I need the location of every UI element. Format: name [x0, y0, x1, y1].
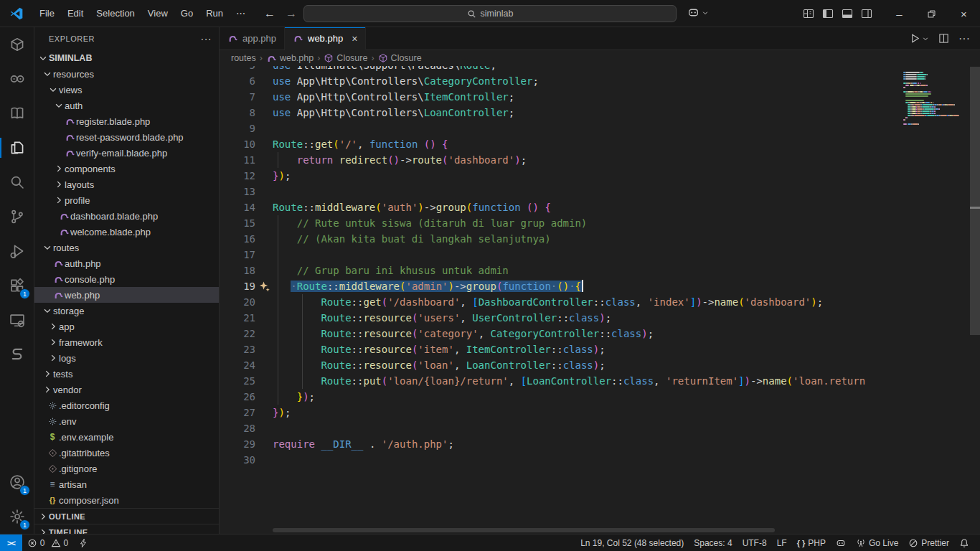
command-center-search[interactable]: siminlab — [303, 5, 677, 22]
tree-item-SIMINLAB[interactable]: SIMINLAB — [34, 50, 219, 66]
tree-item-tests[interactable]: tests — [34, 366, 219, 382]
breadcrumb-item-routes[interactable]: routes — [231, 53, 256, 63]
minimap[interactable] — [903, 72, 969, 128]
php-file-icon — [52, 290, 65, 301]
tree-item-.editorconfig[interactable]: .editorconfig — [34, 397, 219, 413]
tab-app-php[interactable]: app.php — [220, 27, 285, 50]
menu-item-selection[interactable]: Selection — [90, 5, 141, 22]
tree-item-.env.example[interactable]: $.env.example — [34, 429, 219, 445]
horizontal-scrollbar[interactable] — [273, 528, 775, 532]
tree-item-layouts[interactable]: layouts — [34, 176, 219, 192]
code-token: :: — [599, 328, 611, 339]
minimap-line — [903, 123, 969, 125]
tree-item-storage[interactable]: storage — [34, 303, 219, 319]
menu-item-view[interactable]: View — [141, 5, 174, 22]
tree-item-profile[interactable]: profile — [34, 192, 219, 208]
remote-explorer-icon[interactable] — [0, 303, 34, 337]
indentation[interactable]: Spaces: 4 — [689, 534, 737, 551]
tree-item-components[interactable]: components — [34, 161, 219, 176]
code-token: Illuminate\Support\Facades\ — [297, 66, 461, 71]
extensions-icon[interactable]: 1 — [0, 268, 34, 303]
tree-item-vendor[interactable]: vendor — [34, 382, 219, 397]
tree-item-web.php[interactable]: web.php — [34, 287, 219, 303]
warning-count: 0 — [64, 538, 69, 548]
close-button[interactable]: × — [948, 0, 980, 27]
book-icon[interactable] — [0, 96, 34, 131]
nav-forward-icon[interactable]: → — [286, 7, 297, 20]
copilot-sparkle-icon[interactable] — [255, 278, 273, 294]
code-token: 'item' — [418, 344, 454, 355]
breadcrumb-item-web-php[interactable]: web.php — [266, 53, 314, 64]
toggle-secondary-sidebar-icon[interactable] — [861, 8, 872, 19]
source-control-icon[interactable] — [0, 199, 34, 234]
menu-item-edit[interactable]: Edit — [61, 5, 90, 22]
tree-item-reset-password.blade.php[interactable]: reset-password.blade.php — [34, 129, 219, 145]
s-logo-icon[interactable] — [0, 337, 34, 372]
accounts-icon[interactable]: 1 — [0, 465, 34, 499]
toggle-panel-icon[interactable] — [842, 8, 853, 19]
menu-item-more[interactable]: ⋯ — [230, 5, 252, 22]
panel-outline[interactable]: OUTLINE — [34, 508, 219, 524]
tree-item-welcome.blade.php[interactable]: welcome.blade.php — [34, 224, 219, 240]
tree-item-.gitattributes[interactable]: .gitattributes — [34, 445, 219, 461]
go-live[interactable]: Go Live — [851, 534, 903, 551]
split-editor-icon[interactable] — [938, 33, 949, 44]
tree-item-routes[interactable]: routes — [34, 240, 219, 255]
tree-item-verify-email.blade.php[interactable]: verify-email.blade.php — [34, 145, 219, 161]
tree-item-auth[interactable]: auth — [34, 98, 219, 113]
settings-gear-icon[interactable]: 1 — [0, 499, 34, 534]
breadcrumb-label: web.php — [280, 53, 314, 63]
tree-item-logs[interactable]: logs — [34, 350, 219, 366]
copilot-status[interactable] — [831, 534, 851, 551]
panel-timeline[interactable]: TIMELINE — [34, 524, 219, 534]
tree-item-views[interactable]: views — [34, 82, 219, 98]
breadcrumb-item-closure[interactable]: Closure — [324, 53, 367, 63]
breadcrumb-item-closure[interactable]: Closure — [378, 53, 422, 63]
faces-icon[interactable] — [0, 62, 34, 96]
tree-item-dashboard.blade.php[interactable]: dashboard.blade.php — [34, 208, 219, 224]
cursor-position[interactable]: Ln 19, Col 52 (48 selected) — [575, 534, 689, 551]
close-tab-icon[interactable]: × — [352, 33, 357, 44]
search-icon[interactable] — [0, 165, 34, 199]
run-php-button[interactable] — [910, 33, 929, 44]
restore-button[interactable] — [915, 0, 948, 27]
copilot-titlebar-button[interactable] — [687, 6, 709, 19]
explorer-more-actions-icon[interactable]: ··· — [201, 33, 212, 44]
eol[interactable]: LF — [772, 534, 792, 551]
tree-item-.gitignore[interactable]: .gitignore — [34, 461, 219, 476]
remote-indicator[interactable]: >< — [0, 534, 22, 551]
editor-more-actions-icon[interactable]: ··· — [958, 32, 970, 45]
tree-item-artisan[interactable]: ≡artisan — [34, 476, 219, 492]
tree-item-.env[interactable]: .env — [34, 413, 219, 429]
tree-item-resources[interactable]: resources — [34, 66, 219, 82]
vertical-scrollbar[interactable] — [970, 67, 980, 335]
code-token: // (Akan kita buat di langkah selanjutny… — [297, 233, 551, 245]
tab-web-php[interactable]: web.php× — [285, 27, 366, 50]
tree-item-auth.php[interactable]: auth.php — [34, 255, 219, 271]
run-debug-icon[interactable] — [0, 234, 34, 268]
tree-item-app[interactable]: app — [34, 319, 219, 334]
encoding[interactable]: UTF-8 — [738, 534, 772, 551]
code-editor[interactable]: 5use Illuminate\Support\Facades\Route;6u… — [220, 66, 980, 534]
chevron-right-icon — [47, 353, 59, 363]
tree-item-console.php[interactable]: console.php — [34, 271, 219, 287]
customize-layout-icon[interactable] — [803, 8, 814, 19]
language-mode[interactable]: { }PHP — [792, 534, 831, 551]
problems-status[interactable]: 0 0 — [22, 534, 73, 551]
prettier[interactable]: Prettier — [903, 534, 954, 551]
status-label: Prettier — [921, 538, 949, 548]
toggle-primary-sidebar-icon[interactable] — [822, 8, 834, 19]
notifications[interactable] — [954, 534, 974, 551]
tree-item-framework[interactable]: framework — [34, 334, 219, 350]
code-token: Route — [321, 312, 351, 324]
menu-item-run[interactable]: Run — [199, 5, 230, 22]
nav-back-icon[interactable]: ← — [264, 7, 275, 20]
zap-status-icon[interactable] — [73, 534, 93, 551]
menu-item-go[interactable]: Go — [174, 5, 199, 22]
explorer-icon[interactable] — [0, 131, 34, 165]
menu-item-file[interactable]: File — [33, 5, 61, 22]
tree-item-composer.json[interactable]: {}composer.json — [34, 492, 219, 508]
package-icon[interactable] — [0, 27, 34, 62]
minimize-button[interactable]: – — [883, 0, 915, 27]
tree-item-register.blade.php[interactable]: register.blade.php — [34, 113, 219, 129]
